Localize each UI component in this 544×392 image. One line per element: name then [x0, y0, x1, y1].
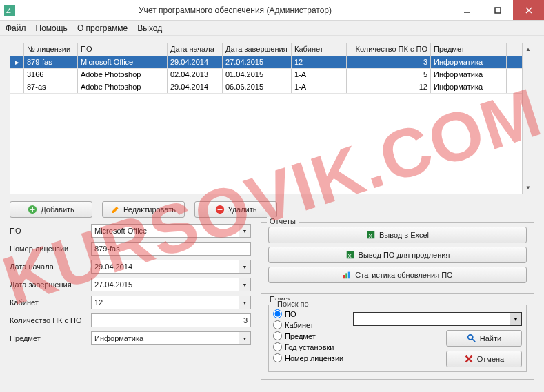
edit-form: ПОMicrosoft Office▼ Номер лицензии879-fa… — [10, 222, 251, 385]
col-end[interactable]: Дата завершения — [223, 43, 292, 56]
chevron-down-icon: ▼ — [239, 225, 250, 237]
svg-text:X: X — [368, 233, 372, 239]
excel-icon: X — [366, 230, 376, 240]
license-input[interactable]: 879-fas — [91, 242, 251, 256]
table-row[interactable]: ▸ 879-fas Microsoft Office 29.04.2014 27… — [10, 56, 534, 69]
minimize-button[interactable] — [451, 0, 482, 20]
col-room[interactable]: Кабинет — [292, 43, 347, 56]
svg-rect-15 — [343, 275, 345, 278]
radio-room[interactable]: Кабинет — [273, 320, 343, 329]
svg-text:X: X — [347, 253, 352, 259]
svg-rect-3 — [495, 8, 501, 13]
radio-po[interactable]: ПО — [273, 309, 343, 318]
chevron-down-icon: ▼ — [239, 332, 250, 344]
search-group: Поиск Поиск по ПО Кабинет Предмет Год ус… — [261, 300, 534, 380]
end-label: Дата завершения — [10, 280, 91, 289]
count-label: Количество ПК с ПО — [10, 316, 91, 324]
po-label: ПО — [10, 227, 91, 235]
search-icon — [467, 333, 476, 343]
menu-help[interactable]: Помощь — [36, 23, 68, 33]
add-button[interactable]: Добавить — [10, 201, 92, 218]
app-icon: Z — [4, 5, 15, 16]
scroll-up-icon[interactable]: ▲ — [523, 43, 534, 55]
export-extend-button[interactable]: X Вывод ПО для продления — [268, 247, 527, 263]
search-value-combo[interactable]: ▼ — [353, 312, 522, 326]
subject-label: Предмет — [10, 334, 91, 342]
titlebar: Z Учет программного обеспечения (Админис… — [0, 0, 544, 21]
export-excel-button[interactable]: X Вывод в Excel — [268, 227, 527, 243]
po-combo[interactable]: Microsoft Office▼ — [91, 224, 251, 238]
col-subject[interactable]: Предмет — [431, 43, 507, 56]
start-label: Дата начала — [10, 262, 91, 271]
radio-year[interactable]: Год установки — [273, 342, 343, 351]
license-label: Номер лицензии — [10, 245, 91, 253]
reports-legend: Отчеты — [267, 217, 299, 225]
scroll-down-icon[interactable]: ▼ — [523, 182, 534, 194]
row-indicator-icon: ▸ — [10, 56, 24, 68]
table-row[interactable]: 3166 Adobe Photoshop 02.04.2013 01.04.20… — [10, 69, 534, 81]
window-title: Учет программного обеспечения (Администр… — [19, 6, 451, 15]
chevron-down-icon: ▼ — [239, 260, 250, 273]
end-date-picker[interactable]: 27.04.2015▼ — [91, 278, 251, 291]
license-grid[interactable]: № лицензии ПО Дата начала Дата завершени… — [10, 43, 534, 194]
stats-button[interactable]: Статистика обновления ПО — [268, 267, 527, 283]
col-start[interactable]: Дата начала — [168, 43, 223, 56]
subject-combo[interactable]: Информатика▼ — [91, 331, 251, 345]
menu-file[interactable]: Файл — [6, 23, 26, 33]
radio-license[interactable]: Номер лицензии — [273, 353, 343, 362]
col-po[interactable]: ПО — [78, 43, 168, 56]
find-button[interactable]: Найти — [446, 330, 522, 347]
edit-button[interactable]: Редактировать — [102, 201, 185, 218]
delete-button[interactable]: Удалить — [194, 201, 277, 218]
grid-scrollbar[interactable]: ▲ ▼ — [522, 43, 534, 194]
room-combo[interactable]: 12▼ — [91, 296, 251, 309]
room-label: Кабинет — [10, 298, 91, 307]
grid-header: № лицензии ПО Дата начала Дата завершени… — [10, 43, 534, 56]
maximize-button[interactable] — [482, 0, 513, 20]
svg-point-18 — [468, 335, 473, 340]
chevron-down-icon: ▼ — [239, 278, 250, 291]
svg-rect-16 — [346, 273, 348, 278]
reports-group: Отчеты X Вывод в Excel X Вывод ПО для пр… — [261, 222, 534, 294]
close-button[interactable] — [513, 0, 544, 20]
svg-rect-17 — [348, 272, 350, 279]
count-input[interactable]: 3 — [91, 313, 251, 327]
menu-exit[interactable]: Выход — [137, 23, 162, 33]
menubar: Файл Помощь О программе Выход — [0, 21, 544, 36]
minus-icon — [215, 205, 225, 214]
plus-icon — [28, 205, 37, 214]
cancel-button[interactable]: Отмена — [446, 351, 522, 367]
svg-text:Z: Z — [6, 6, 11, 14]
cancel-icon — [464, 354, 474, 364]
col-license[interactable]: № лицензии — [24, 43, 78, 56]
start-date-picker[interactable]: 29.04.2014▼ — [91, 260, 251, 274]
chart-icon — [342, 270, 352, 280]
radio-subject[interactable]: Предмет — [273, 331, 343, 340]
table-row[interactable]: 87-as Adobe Photoshop 29.04.2014 06.06.2… — [10, 81, 534, 94]
search-by-legend: Поиск по — [274, 300, 312, 308]
chevron-down-icon: ▼ — [239, 296, 250, 309]
excel-icon: X — [345, 250, 355, 260]
menu-about[interactable]: О программе — [77, 23, 128, 33]
pencil-icon — [111, 205, 120, 214]
chevron-down-icon: ▼ — [510, 313, 521, 325]
col-count[interactable]: Количество ПК с ПО — [347, 43, 431, 56]
svg-line-19 — [472, 339, 475, 342]
